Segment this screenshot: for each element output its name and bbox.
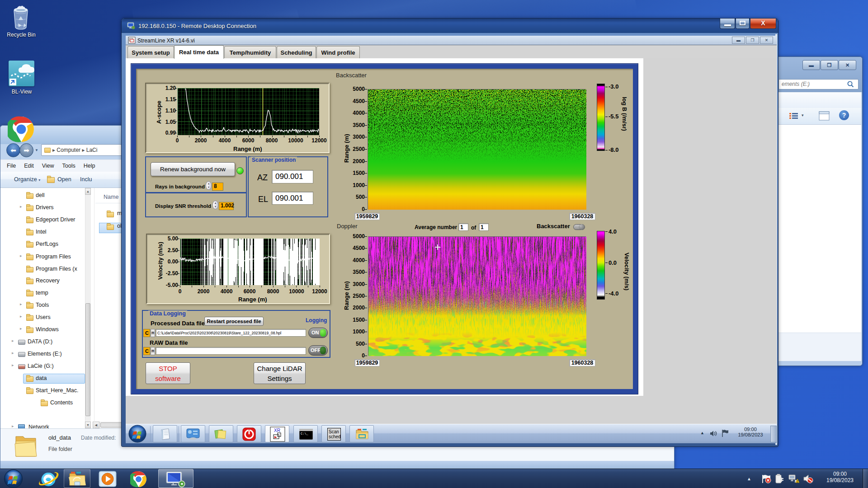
svg-text:!: ! xyxy=(797,480,798,483)
svg-text:XR: XR xyxy=(274,428,280,433)
svg-text:C:\_: C:\_ xyxy=(301,432,309,436)
